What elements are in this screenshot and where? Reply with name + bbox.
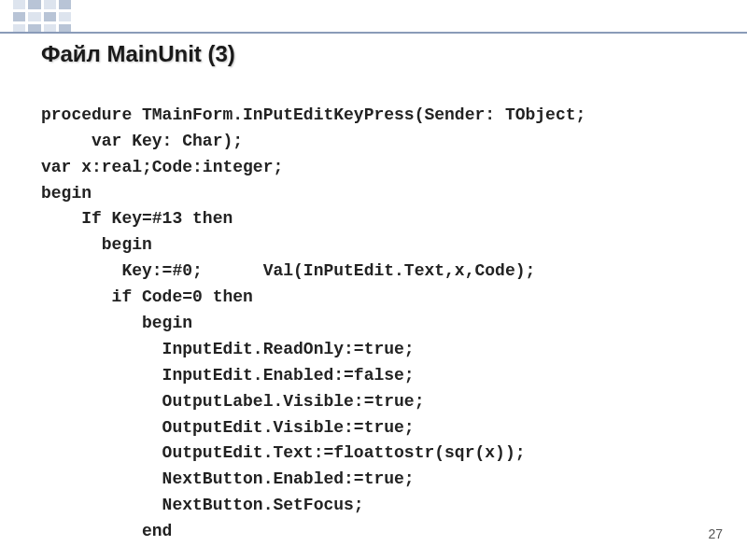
code-line: NextButton.SetFocus; <box>41 496 364 514</box>
code-line: If Key=#13 then <box>41 209 233 228</box>
slide-title: Файл MainUnit (3) <box>41 41 715 67</box>
code-line: Key:=#0; Val(InPutEdit.Text,x,Code); <box>41 261 535 280</box>
corner-decoration <box>13 0 71 34</box>
code-block: procedure TMainForm.InPutEditKeyPress(Se… <box>41 77 715 560</box>
code-line: var Key: Char); <box>41 132 243 150</box>
code-line: OutputEdit.Text:=floattostr(sqr(x)); <box>41 443 525 462</box>
code-line: InputEdit.Enabled:=false; <box>41 366 415 385</box>
code-line: begin <box>41 235 152 254</box>
slide-content: Файл MainUnit (3) procedure TMainForm.In… <box>0 0 747 560</box>
code-line: NextButton.Enabled:=true; <box>41 469 415 488</box>
code-line: procedure TMainForm.InPutEditKeyPress(Se… <box>41 105 585 124</box>
code-line: var x:real;Code:integer; <box>41 158 283 176</box>
page-number: 27 <box>708 526 723 541</box>
code-line: InputEdit.ReadOnly:=true; <box>41 340 415 358</box>
code-line: OutputEdit.Visible:=true; <box>41 418 415 437</box>
code-line: end <box>41 522 172 540</box>
code-line: begin <box>41 314 192 332</box>
code-line: if Code=0 then <box>41 287 253 306</box>
divider <box>0 32 747 34</box>
code-line: begin <box>41 184 92 203</box>
code-line: OutputLabel.Visible:=true; <box>41 392 424 411</box>
